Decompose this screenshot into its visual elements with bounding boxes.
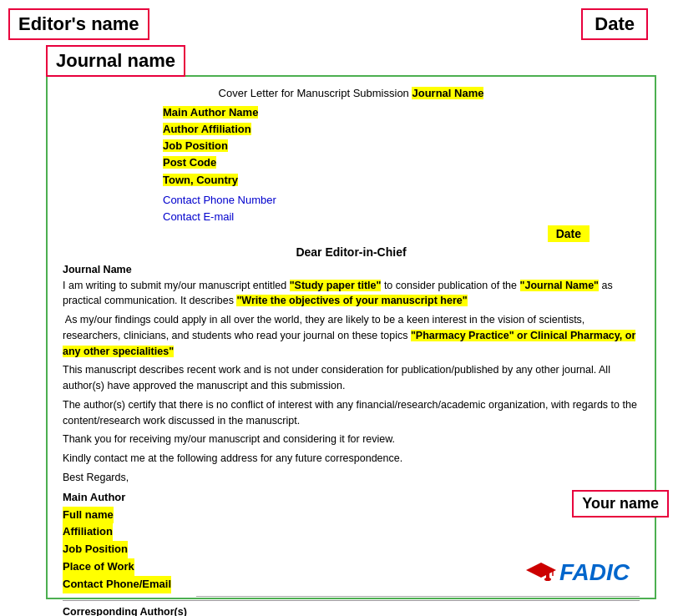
para2: As my/our findings could apply in all ov…	[63, 312, 640, 359]
header-block: Cover Letter for Manuscript Submission J…	[63, 87, 640, 99]
author-info-block: Main Author Name Author Affiliation Job …	[163, 104, 640, 189]
fadic-hat-icon	[526, 558, 556, 588]
document-area: Cover Letter for Manuscript Submission J…	[46, 75, 656, 599]
body-section: Journal Name I am writing to submit my/o…	[63, 262, 640, 486]
job-position-line: Job Position	[163, 138, 640, 154]
your-name-label: Your name	[572, 490, 669, 518]
date-badge: Date	[548, 225, 590, 242]
corr-title: Corresponding Author(s)	[63, 604, 640, 616]
best-regards: Best Regards,	[63, 470, 640, 486]
contact-phone-line: Contact Phone Number	[163, 192, 640, 209]
sig-affiliation: Affiliation	[63, 523, 640, 541]
journal-name-bold: Journal Name	[63, 264, 132, 275]
date-top-label: Date	[581, 8, 648, 40]
author-affiliation-line: Author Affiliation	[163, 121, 640, 138]
editors-name-label: Editor's name	[8, 8, 149, 40]
para6: Kindly contact me at the following addre…	[63, 451, 640, 467]
cover-line: Cover Letter for Manuscript Submission J…	[63, 87, 640, 99]
post-code-line: Post Code	[163, 154, 640, 171]
sig-job-position: Job Position	[63, 541, 640, 558]
para4: The author(s) certify that there is no c…	[63, 397, 640, 429]
journal-name-para: Journal Name	[63, 262, 640, 278]
fadic-text: FADIC	[559, 559, 630, 586]
date-inline-row: Date	[63, 227, 590, 240]
journal-name-highlight: Journal Name	[412, 87, 483, 99]
para3: This manuscript describes recent work an…	[63, 362, 640, 394]
contact-info-block: Contact Phone Number Contact E-mail	[163, 192, 640, 225]
contact-email-line: Contact E-mail	[163, 209, 640, 225]
fadic-logo: FADIC	[526, 558, 630, 588]
para5: Thank you for receiving my/our manuscrip…	[63, 432, 640, 447]
corresponding-block: Corresponding Author(s) Write other auth…	[63, 600, 640, 616]
journal-name-label: Journal name	[46, 45, 185, 77]
separator-line	[196, 596, 640, 597]
sig-fullname: Full name	[63, 507, 640, 524]
main-author-line: Main Author Name	[163, 104, 640, 121]
town-country-line: Town, Country	[163, 172, 640, 189]
para1: I am writing to submit my/our manuscript…	[63, 278, 640, 310]
sig-title: Main Author	[63, 489, 640, 507]
dear-line: Dear Editor-in-Chief	[63, 245, 640, 259]
svg-point-2	[544, 578, 551, 581]
